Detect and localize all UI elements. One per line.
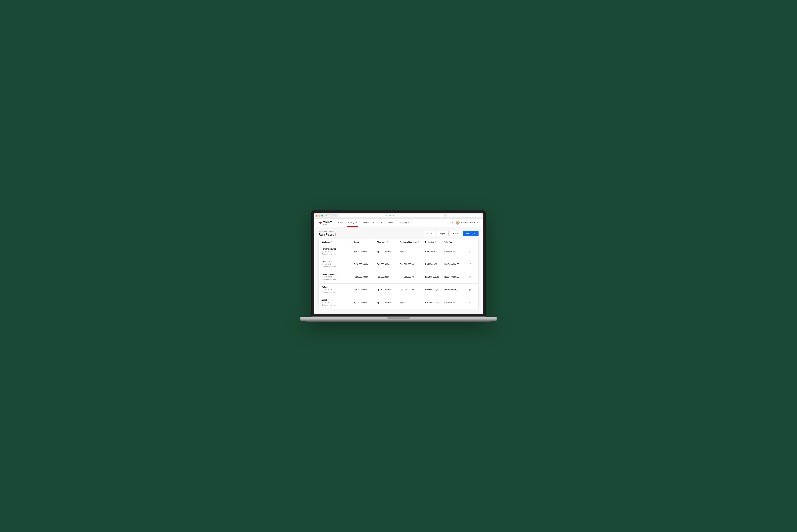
nav-item-home[interactable]: Home (336, 218, 345, 227)
search-bar[interactable] (446, 214, 481, 217)
nav-item-time-off[interactable]: Time Off (359, 218, 371, 227)
cell-employee: Zainal18120210137Contract employee (322, 299, 354, 306)
column-header[interactable]: Employee (322, 241, 354, 243)
laptop-lid: ◀ ▶ + Talenta.co (311, 210, 486, 317)
cell-additional: Rp0,00 (400, 250, 425, 253)
edit-icon (468, 288, 471, 291)
nav-item-label: Time Off (362, 222, 369, 224)
nav-item-calendar[interactable]: Calendar (385, 218, 397, 227)
employee-type: Contract employee (322, 304, 354, 306)
edit-button[interactable] (468, 275, 472, 279)
sort-icon (360, 241, 362, 243)
employee-type: Fulltime employee (322, 291, 354, 293)
employee-id: 18120210133 (322, 250, 354, 253)
new-tab-button[interactable]: + (333, 214, 336, 217)
chevron-down-icon (408, 222, 410, 223)
cell-total: Rp11.000.000,00 (444, 289, 468, 291)
employee-type: Contract employee (322, 253, 354, 255)
page-title: Run Payroll (319, 233, 336, 236)
search-icon (448, 215, 450, 216)
table-row: Zainal18120210137Contract employeeRp7.00… (319, 296, 478, 309)
cell-salary: Rp8.000.000,00 (354, 250, 377, 253)
employee-id: 18120210136 (322, 288, 354, 291)
sort-icon (418, 241, 419, 243)
brand-logo[interactable]: talenta by mekari (319, 221, 333, 225)
url-bar[interactable]: Talenta.co (338, 214, 444, 217)
table-row: Yessica Putri18120210134Fulltime employe… (319, 258, 478, 271)
employee-id: 18120210137 (322, 301, 354, 304)
nav-arrows: ◀ ▶ (325, 214, 331, 217)
maximize-icon[interactable] (321, 215, 323, 216)
cell-total: Rp7.000.000,00 (444, 301, 468, 304)
avatar (456, 221, 460, 225)
brand-tagline: by mekari (323, 224, 333, 225)
export-button[interactable]: Export (437, 231, 449, 236)
edit-button[interactable] (468, 300, 472, 305)
nav-item-label: Calendar (387, 222, 395, 224)
nav-item-label: Finance (373, 222, 380, 224)
employee-type: Fulltime employee (322, 278, 354, 281)
back-button[interactable]: ◀ (325, 214, 328, 217)
column-header-edit (468, 241, 475, 243)
app-root: talenta by mekari HomeEmployeesTime OffF… (314, 218, 483, 314)
mail-icon[interactable] (451, 222, 453, 224)
cell-total: Rp12.500.000,00 (444, 276, 468, 278)
table-row: Yonathan Prawira18120210135Fulltime empl… (319, 271, 478, 284)
table-row: Tiara Puspitawati18120210133Contract emp… (319, 245, 478, 258)
import-button[interactable]: Import (424, 231, 435, 236)
nav-item-company[interactable]: Company (397, 218, 412, 227)
column-label: Salary (354, 241, 359, 243)
employee-id: 18120210135 (322, 276, 354, 278)
browser-chrome: ◀ ▶ + Talenta.co (314, 213, 483, 218)
reset-button[interactable]: Reset (450, 231, 461, 236)
nav-item-label: Home (338, 222, 343, 224)
edit-icon (468, 250, 471, 253)
edit-button[interactable] (468, 262, 472, 266)
column-header[interactable]: Allowance (377, 241, 400, 243)
close-icon[interactable] (316, 215, 318, 216)
column-header[interactable]: Additional Earnings (400, 241, 425, 243)
cell-allowance: Rp2.000.000,00 (377, 263, 400, 265)
edit-button[interactable] (468, 287, 472, 292)
cell-total: Rp13.000.000,00 (444, 263, 468, 265)
column-label: Additional Earnings (400, 241, 417, 243)
cell-salary: Rp5.000.000,00 (354, 289, 377, 291)
nav-item-label: Employees (348, 222, 357, 224)
edit-button[interactable] (468, 249, 472, 254)
cell-employee: Yessica Putri18120210134Fulltime employe… (322, 261, 354, 268)
minimize-icon[interactable] (319, 215, 320, 216)
employee-name: Yonathan Prawira (322, 273, 354, 276)
topbar-right: Yonathan Prawira (451, 221, 478, 225)
column-header[interactable]: Deduction (425, 241, 444, 243)
cell-employee: Tiara Puspitawati18120210133Contract emp… (322, 248, 354, 255)
column-header[interactable]: Salary (354, 241, 377, 243)
employee-name: Zainal (322, 299, 354, 301)
cell-deduction: Rp1.000.000,00 (425, 276, 444, 278)
column-label: Deduction (425, 241, 434, 243)
edit-icon (468, 301, 471, 304)
cell-deduction: Rp2.500.000,00 (425, 289, 444, 291)
page-actions: Import Export Reset Run payroll (424, 231, 478, 236)
user-menu[interactable]: Yonathan Prawira (456, 221, 478, 225)
sort-icon (331, 241, 333, 243)
cell-employee: Zulfahri18120210136Fulltime employee (322, 286, 354, 293)
edit-icon (468, 276, 471, 279)
cell-additional: Rp0,00 (400, 301, 425, 304)
employee-name: Yessica Putri (322, 261, 354, 263)
cell-total: Rp9.000.000,00 (444, 250, 468, 253)
employee-type: Fulltime employee (322, 265, 354, 268)
forward-button[interactable]: ▶ (328, 214, 331, 217)
table-header: EmployeeSalaryAllowanceAdditional Earnin… (319, 239, 478, 245)
cell-salary: Rp10.000.000,00 (354, 276, 377, 278)
cell-salary: Rp7.000.000,00 (354, 301, 377, 304)
svg-point-0 (448, 215, 449, 216)
edit-icon (468, 263, 471, 266)
laptop-frame: ◀ ▶ + Talenta.co (311, 210, 486, 322)
chevron-down-icon (477, 222, 478, 223)
sort-icon (387, 241, 388, 243)
nav-item-finance[interactable]: Finance (371, 218, 385, 227)
column-header[interactable]: Total Pay (444, 241, 468, 243)
nav-item-employees[interactable]: Employees (345, 218, 359, 227)
cell-additional: Rp1.500.000,00 (400, 263, 425, 265)
run-payroll-button[interactable]: Run payroll (463, 231, 478, 236)
